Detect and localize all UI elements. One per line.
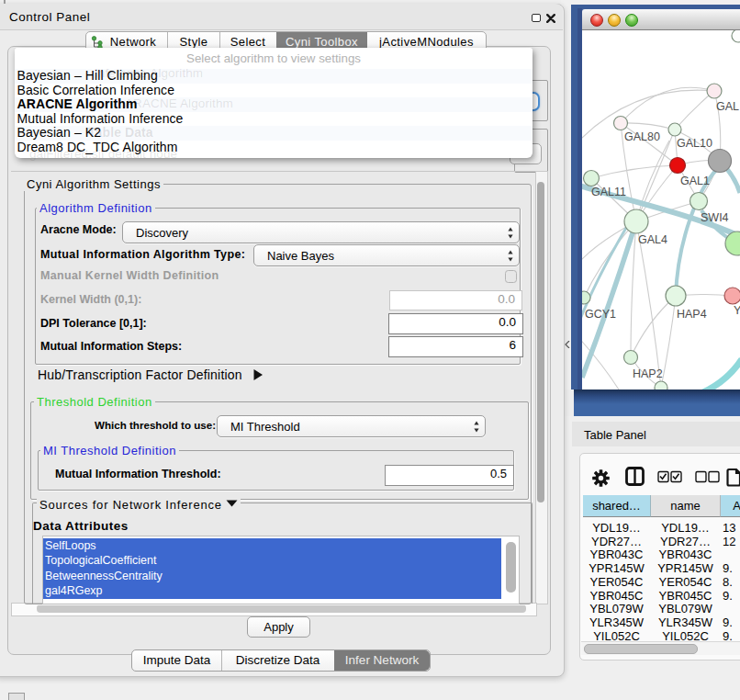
svg-text:GAL10: GAL10 [677, 137, 712, 150]
svg-text:GAL: GAL [716, 100, 739, 113]
svg-text:HAP4: HAP4 [677, 308, 707, 321]
svg-text:HAP2: HAP2 [633, 367, 663, 380]
svg-text:Y: Y [734, 304, 740, 317]
svg-text:GAL80: GAL80 [624, 130, 660, 143]
svg-text:GCY1: GCY1 [585, 308, 616, 321]
svg-text:GAL11: GAL11 [591, 186, 626, 198]
svg-text:SWI4: SWI4 [701, 211, 729, 224]
svg-text:GAL4: GAL4 [638, 233, 667, 246]
svg-text:GAL1: GAL1 [680, 175, 710, 187]
